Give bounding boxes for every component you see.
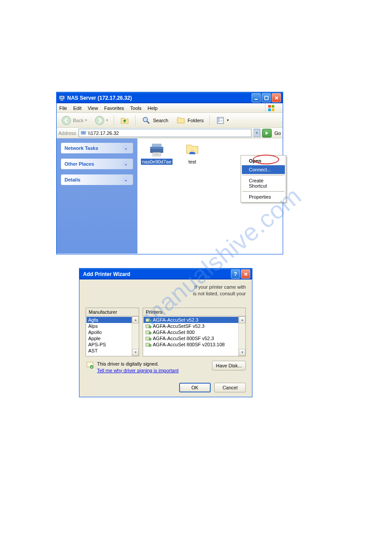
folder-item-label: test [176,159,208,165]
minimize-button[interactable] [252,93,261,102]
svg-rect-23 [153,152,161,156]
scroll-up-button[interactable]: ▴ [132,316,139,323]
maximize-button[interactable] [262,93,271,102]
list-item[interactable]: APS-PS [86,341,138,348]
manufacturer-list[interactable]: Agfa Alps Apollo Apple APS-PS AST ▴ ▾ [86,316,139,356]
ok-button[interactable]: OK [179,383,211,392]
chevron-down-icon: ⌄ [122,145,129,152]
addressbar: Address \\172.17.26.32 ▾ Go [57,128,283,138]
context-menu-create-shortcut[interactable]: Create Shortcut [242,176,285,190]
list-item[interactable]: AGFA-AccuSet 800SF v2013.108 [144,341,245,348]
svg-rect-7 [268,109,271,111]
printer-cert-icon [145,317,151,323]
scroll-down-button[interactable]: ▾ [239,349,245,356]
wizard-title: Add Printer Wizard [81,271,231,277]
address-input[interactable]: \\172.17.26.32 [79,129,252,137]
manufacturer-header[interactable]: Manufacturer [86,308,139,316]
printers-header[interactable]: Printers [143,308,246,316]
signing-info-link[interactable]: Tell me why driver signing is important [97,367,209,374]
scrollbar[interactable]: ▴ ▾ [238,316,245,356]
printer-item[interactable]: nas0e90d7ae [141,142,173,165]
close-button[interactable] [272,93,281,102]
context-menu-connect[interactable]: Connect... [242,165,285,174]
help-button[interactable]: ? [231,269,240,279]
scroll-down-button[interactable]: ▾ [132,349,139,356]
printer-cert-icon [145,330,151,335]
go-label: Go [274,131,281,136]
explorer-title: NAS Server (172.17.26.32) [67,95,252,101]
close-button[interactable] [241,269,250,279]
svg-rect-19 [82,132,85,134]
list-item[interactable]: Alps [86,323,138,329]
list-item[interactable]: Apollo [86,329,138,335]
printer-cert-icon [145,336,151,341]
certificate-icon [86,361,94,370]
svg-point-9 [62,116,71,125]
address-dropdown-button[interactable]: ▾ [253,129,260,137]
svg-rect-6 [272,105,274,108]
other-places-label: Other Places [65,161,94,167]
svg-rect-14 [218,118,219,120]
content-area[interactable]: nas0e90d7ae test Open Connect... Create … [137,138,283,254]
svg-rect-2 [61,100,63,101]
explorer-titlebar[interactable]: NAS Server (172.17.26.32) [57,92,283,103]
folder-item[interactable]: test [176,142,208,165]
signed-text: This driver is digitally signed. [97,361,209,367]
menu-view[interactable]: View [88,105,98,111]
cancel-button[interactable]: Cancel [214,383,246,392]
printer-item-label: nas0e90d7ae [141,159,173,165]
up-button[interactable] [117,114,133,127]
sidebar: Network Tasks ⌄ Other Places ⌄ Details ⌄ [57,138,137,254]
menu-file[interactable]: File [59,105,67,111]
other-places-panel[interactable]: Other Places ⌄ [61,159,133,169]
back-button[interactable]: Back ▾ [58,114,90,127]
details-label: Details [65,177,80,182]
svg-rect-8 [272,109,274,111]
wizard-titlebar[interactable]: Add Printer Wizard ? [79,268,252,279]
context-menu-open[interactable]: Open [242,156,285,165]
context-menu: Open Connect... Create Shortcut Properti… [241,155,286,203]
shared-folder-icon [184,142,201,158]
printers-list[interactable]: AGFA-AccuSet v52.3 AGFA-AccuSetSF v52.3 … [143,316,246,356]
printer-icon [148,142,165,158]
have-disk-button[interactable]: Have Disk... [212,361,246,370]
search-label: Search [153,118,168,123]
list-item[interactable]: Agfa [86,317,138,323]
go-button[interactable] [262,129,272,138]
back-icon [61,116,71,125]
printer-cert-icon [145,323,151,329]
details-panel[interactable]: Details ⌄ [61,174,133,185]
svg-rect-20 [152,144,162,147]
svg-rect-1 [60,97,64,98]
list-item[interactable]: AGFA-AccuSet 800SF v52.3 [144,335,245,341]
svg-rect-3 [255,99,258,100]
menu-tools[interactable]: Tools [130,105,142,111]
search-button[interactable]: Search [138,114,171,127]
scrollbar[interactable]: ▴ ▾ [132,316,139,356]
list-item[interactable]: AGFA-AccuSetSF v52.3 [144,323,245,329]
menu-favorites[interactable]: Favorites [104,105,124,111]
views-button[interactable]: ▾ [212,114,232,127]
views-icon [216,116,225,125]
add-printer-wizard-dialog: Add Printer Wizard ? If your printer cam… [79,268,252,397]
windows-logo-icon [265,103,277,112]
svg-line-12 [147,121,149,123]
svg-rect-5 [268,105,271,108]
folders-icon [176,116,186,125]
menu-edit[interactable]: Edit [73,105,82,111]
folders-label: Folders [187,118,204,123]
list-item[interactable]: AGFA-AccuSet 800 [144,329,245,335]
menu-help[interactable]: Help [147,105,158,111]
list-item[interactable]: AGFA-AccuSet v52.3 [144,317,245,323]
folders-button[interactable]: Folders [173,114,207,127]
list-item[interactable]: Apple [86,335,138,341]
forward-icon [95,116,104,125]
scroll-up-button[interactable]: ▴ [239,316,245,323]
context-menu-properties[interactable]: Properties [242,192,285,201]
network-tasks-panel[interactable]: Network Tasks ⌄ [61,143,133,153]
forward-button[interactable]: ▾ [92,114,111,127]
folder-up-icon [120,116,129,125]
svg-point-10 [95,116,104,125]
svg-point-11 [143,117,147,122]
list-item[interactable]: AST [86,348,138,354]
